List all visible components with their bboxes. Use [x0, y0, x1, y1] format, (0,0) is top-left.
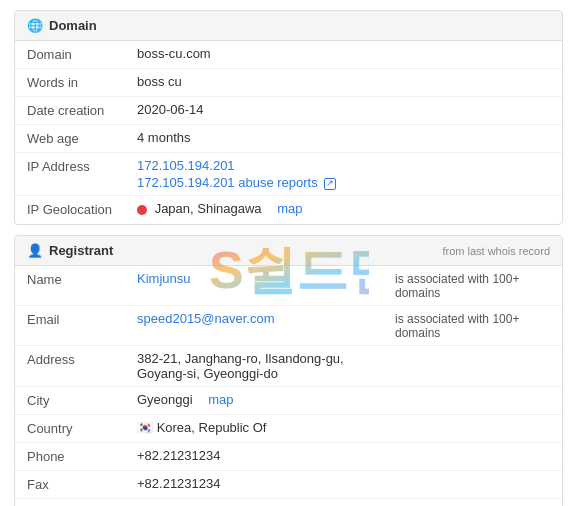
phone-note [395, 448, 550, 449]
city-value: Gyeonggi map [137, 392, 395, 407]
city-note [395, 392, 550, 393]
ip-address-value: 172.105.194.201 172.105.194.201 abuse re… [137, 158, 550, 190]
fax-value: +82.21231234 [137, 476, 395, 491]
name-link[interactable]: Kimjunsu [137, 271, 190, 286]
domain-row: Domain boss-cu.com [15, 41, 562, 69]
date-creation-label: Date creation [27, 102, 137, 118]
domain-label: Domain [27, 46, 137, 62]
red-dot-icon [137, 205, 147, 215]
domain-section-header: 🌐 Domain [15, 11, 562, 41]
name-value: Kimjunsu [137, 271, 395, 286]
name-label: Name [27, 271, 137, 287]
phone-row: Phone +82.21231234 [15, 443, 562, 471]
ip-geolocation-row: IP Geolocation Japan, Shinagawa map [15, 196, 562, 224]
date-creation-row: Date creation 2020-06-14 [15, 97, 562, 125]
geolocation-text: Japan, Shinagawa [155, 201, 262, 216]
fax-label: Fax [27, 476, 137, 492]
country-label: Country [27, 420, 137, 436]
web-age-label: Web age [27, 130, 137, 146]
ip-geolocation-label: IP Geolocation [27, 201, 137, 217]
address-note [395, 351, 550, 352]
private-row: Private no [15, 499, 562, 506]
address-row: Address 382-21, Janghang-ro, Ilsandong-g… [15, 346, 562, 387]
domain-section-body: Domain boss-cu.com Words in boss cu Date… [15, 41, 562, 224]
registrant-section: 👤 Registrant from last whois record Name… [14, 235, 563, 506]
ip-address-row: IP Address 172.105.194.201 172.105.194.2… [15, 153, 562, 196]
words-in-row: Words in boss cu [15, 69, 562, 97]
email-row: Email speed2015@naver.com is associated … [15, 306, 562, 346]
address-value: 382-21, Janghang-ro, Ilsandong-gu, Goyan… [137, 351, 395, 381]
domain-section: 🌐 Domain Domain boss-cu.com Words in bos… [14, 10, 563, 225]
country-value: 🇰🇷 Korea, Republic Of [137, 420, 395, 435]
private-note [395, 504, 550, 505]
email-value: speed2015@naver.com [137, 311, 395, 326]
city-text: Gyeonggi [137, 392, 193, 407]
person-icon: 👤 [27, 243, 43, 258]
country-row: Country 🇰🇷 Korea, Republic Of [15, 415, 562, 443]
whois-record-note: from last whois record [442, 245, 550, 257]
registrant-section-header: 👤 Registrant from last whois record [15, 236, 562, 266]
phone-value: +82.21231234 [137, 448, 395, 463]
abuse-reports-link[interactable]: abuse reports [238, 175, 318, 190]
web-age-value: 4 months [137, 130, 550, 145]
words-in-label: Words in [27, 74, 137, 90]
domain-section-title: Domain [49, 18, 97, 33]
korea-flag-icon: 🇰🇷 [137, 420, 153, 435]
address-label: Address [27, 351, 137, 367]
fax-row: Fax +82.21231234 [15, 471, 562, 499]
ip-link-1[interactable]: 172.105.194.201 [137, 158, 235, 173]
city-row: City Gyeonggi map [15, 387, 562, 415]
name-row: Name Kimjunsu is associated with 100+ do… [15, 266, 562, 306]
country-text: Korea, Republic Of [157, 420, 267, 435]
email-link[interactable]: speed2015@naver.com [137, 311, 275, 326]
globe-icon: 🌐 [27, 18, 43, 33]
city-map-link[interactable]: map [208, 392, 233, 407]
words-in-value: boss cu [137, 74, 550, 89]
country-note [395, 420, 550, 421]
web-age-row: Web age 4 months [15, 125, 562, 153]
email-label: Email [27, 311, 137, 327]
registrant-section-title: Registrant [49, 243, 113, 258]
ip-geolocation-value: Japan, Shinagawa map [137, 201, 550, 216]
registrant-section-body: Name Kimjunsu is associated with 100+ do… [15, 266, 562, 506]
ip-address-label: IP Address [27, 158, 137, 174]
city-label: City [27, 392, 137, 408]
email-note: is associated with 100+ domains [395, 311, 550, 340]
ip-link-2[interactable]: 172.105.194.201 [137, 175, 235, 190]
geolocation-map-link[interactable]: map [277, 201, 302, 216]
phone-label: Phone [27, 448, 137, 464]
fax-note [395, 476, 550, 477]
date-creation-value: 2020-06-14 [137, 102, 550, 117]
name-note: is associated with 100+ domains [395, 271, 550, 300]
domain-value: boss-cu.com [137, 46, 550, 61]
external-link-icon [324, 178, 336, 190]
